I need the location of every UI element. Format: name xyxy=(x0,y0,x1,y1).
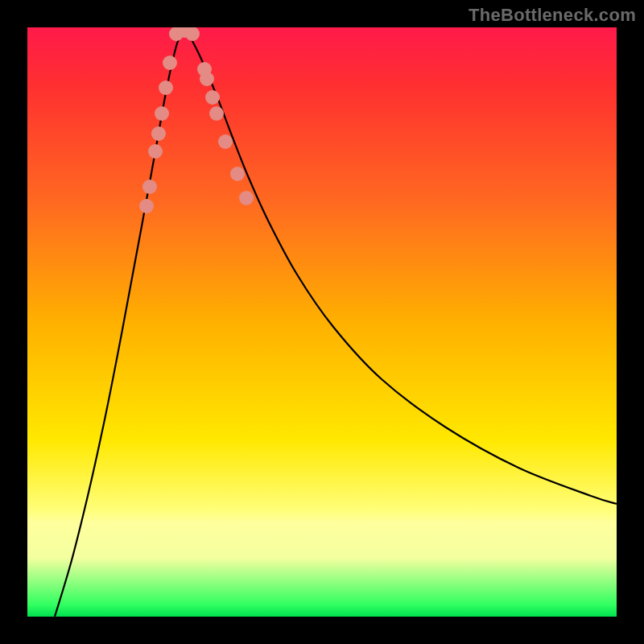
watermark-text: TheBottleneck.com xyxy=(469,5,636,26)
chart-svg xyxy=(27,27,617,617)
marker-point xyxy=(230,167,245,181)
chart-plot-area xyxy=(27,27,617,617)
marker-point xyxy=(205,90,220,105)
marker-point xyxy=(239,191,254,205)
marker-point xyxy=(185,27,200,41)
marker-point xyxy=(142,180,157,194)
marker-point xyxy=(139,199,154,213)
marker-point xyxy=(200,72,214,86)
marker-point xyxy=(151,126,166,141)
chart-markers xyxy=(139,27,254,213)
marker-point xyxy=(163,56,177,70)
chart-curves xyxy=(55,27,617,617)
marker-point xyxy=(148,144,163,159)
marker-point xyxy=(159,80,173,95)
curve-right-branch xyxy=(184,27,617,504)
marker-point xyxy=(155,106,169,121)
marker-point xyxy=(209,106,224,121)
marker-point xyxy=(218,134,233,149)
